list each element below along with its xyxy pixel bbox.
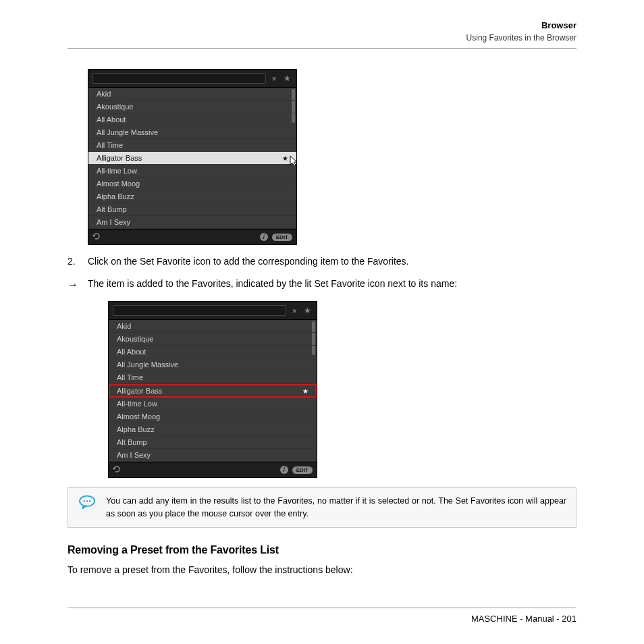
list-item[interactable]: All-time Low (109, 398, 317, 410)
header-title: Browser (68, 20, 576, 30)
list-item[interactable]: Alpha Buzz (88, 190, 296, 203)
section-heading: Removing a Preset from the Favorites Lis… (68, 544, 576, 556)
result-line: → The item is added to the Favorites, in… (68, 277, 576, 293)
item-label: Alligator Bass (117, 387, 162, 395)
list-item[interactable]: All Jungle Massive (88, 126, 296, 139)
body-paragraph: To remove a preset from the Favorites, f… (68, 563, 576, 577)
item-label: Alligator Bass (97, 154, 142, 162)
search-bar: × ★ (109, 302, 317, 320)
list-item[interactable]: Am I Sexy (109, 449, 317, 462)
list-item-favorited[interactable]: Alligator Bass ★ (109, 384, 317, 398)
list-item-selected[interactable]: Alligator Bass ★ (88, 152, 296, 165)
edit-button[interactable]: EDIT (292, 466, 313, 474)
screenshot-1: × ★ Akid Akoustique All About All Jungle… (88, 69, 576, 245)
tip-text: You can add any item in the results list… (106, 495, 566, 520)
list-item[interactable]: All-time Low (88, 165, 296, 178)
clear-search-icon[interactable]: × (269, 74, 279, 84)
clear-search-icon[interactable]: × (289, 306, 300, 316)
page-footer: MASCHINE - Manual - 201 (68, 608, 576, 624)
search-bar: × ★ (88, 70, 296, 88)
results-list: Akid Akoustique All About All Jungle Mas… (88, 88, 296, 229)
screenshot-2: × ★ Akid Akoustique All About All Jungle… (108, 301, 576, 478)
list-item[interactable]: All Time (109, 371, 317, 384)
panel-footer: i EDIT (88, 229, 296, 244)
refresh-icon[interactable] (113, 465, 121, 475)
list-item[interactable]: Akid (109, 320, 317, 333)
list-item[interactable]: Akoustique (88, 101, 296, 113)
svg-point-3 (89, 500, 90, 502)
page-header: Browser Using Favorites in the Browser (68, 20, 576, 49)
list-item[interactable]: All Time (88, 139, 296, 152)
speech-bubble-icon (78, 495, 97, 520)
search-input[interactable] (92, 73, 266, 84)
result-text: The item is added to the Favorites, indi… (88, 277, 457, 293)
list-item[interactable]: Alpha Buzz (109, 423, 317, 436)
set-favorite-icon[interactable]: ★ (282, 155, 288, 162)
list-item[interactable]: Akid (88, 88, 296, 101)
set-favorite-icon-lit[interactable]: ★ (302, 387, 308, 395)
favorites-filter-icon[interactable]: ★ (302, 306, 313, 315)
refresh-icon[interactable] (92, 232, 101, 242)
arrow-icon: → (68, 277, 88, 293)
list-item[interactable]: Am I Sexy (88, 216, 296, 229)
list-item[interactable]: All About (109, 346, 317, 358)
header-subtitle: Using Favorites in the Browser (68, 33, 576, 43)
step-2: 2. Click on the Set Favorite icon to add… (68, 254, 576, 269)
search-input[interactable] (113, 305, 286, 316)
favorites-filter-icon[interactable]: ★ (282, 74, 292, 83)
tip-callout: You can add any item in the results list… (68, 487, 576, 528)
list-item[interactable]: Alt Bump (109, 436, 317, 449)
browser-panel: × ★ Akid Akoustique All About All Jungle… (108, 301, 317, 478)
edit-button[interactable]: EDIT (272, 234, 292, 241)
list-item[interactable]: All Jungle Massive (109, 358, 317, 371)
info-icon[interactable]: i (280, 466, 288, 474)
list-item[interactable]: Almost Moog (109, 410, 317, 423)
results-list: Akid Akoustique All About All Jungle Mas… (109, 320, 317, 462)
info-icon[interactable]: i (260, 233, 268, 241)
step-text: Click on the Set Favorite icon to add th… (88, 254, 408, 269)
list-item[interactable]: All About (88, 113, 296, 126)
panel-footer: i EDIT (109, 462, 317, 477)
svg-point-2 (86, 500, 88, 502)
svg-point-1 (84, 500, 85, 502)
browser-panel: × ★ Akid Akoustique All About All Jungle… (88, 69, 297, 245)
list-item[interactable]: Almost Moog (88, 178, 296, 190)
step-number: 2. (68, 254, 88, 269)
list-item[interactable]: Akoustique (109, 333, 317, 346)
list-item[interactable]: Alt Bump (88, 203, 296, 216)
